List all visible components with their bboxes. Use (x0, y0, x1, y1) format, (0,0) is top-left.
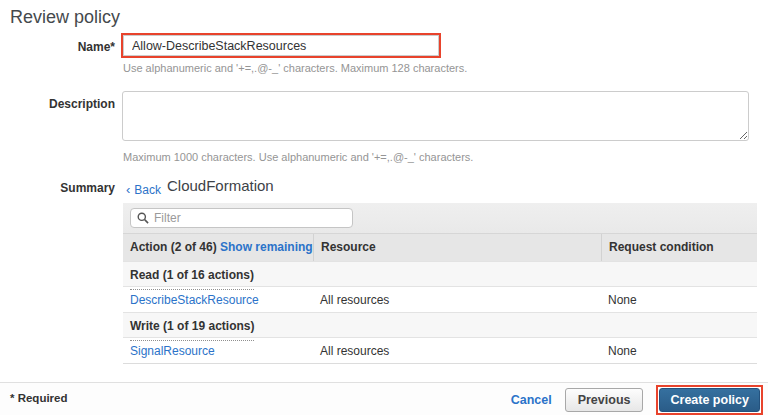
create-policy-button[interactable]: Create policy (659, 388, 760, 412)
request-condition-value: None (608, 293, 637, 307)
action-count-label: Action (2 of 46) (130, 240, 217, 254)
resource-header-label: Resource (321, 234, 376, 261)
filter-box[interactable] (130, 208, 353, 228)
description-textarea[interactable] (122, 91, 749, 141)
service-name: CloudFormation (167, 177, 274, 194)
name-label: Name* (0, 40, 115, 54)
group-header-read-label: Read (1 of 16 actions) (130, 262, 254, 290)
filter-band (123, 203, 757, 233)
footer-actions: Cancel Previous Create policy (511, 383, 763, 415)
action-link-signal-resource[interactable]: SignalResource (130, 344, 215, 358)
required-note: * Required (10, 392, 68, 404)
request-condition-value: None (608, 344, 637, 358)
table-row: DescribeStackResource All resources None (123, 287, 757, 312)
column-header-request-condition: Request condition (601, 234, 757, 261)
resource-value: All resources (320, 293, 389, 307)
request-condition-header-label: Request condition (609, 234, 714, 261)
summary-label: Summary (0, 181, 115, 195)
back-link-label: Back (134, 183, 161, 197)
group-header-write: Write (1 of 19 actions) (123, 312, 757, 338)
description-help-text: Maximum 1000 characters. Use alphanumeri… (123, 151, 473, 163)
show-remaining-link[interactable]: Show remaining 44 (220, 240, 313, 254)
chevron-left-icon: ‹ (126, 182, 130, 197)
table-header-row: Action (2 of 46) Show remaining 44 Resou… (123, 233, 757, 261)
group-header-read: Read (1 of 16 actions) (123, 261, 757, 287)
create-policy-annotation-box: Create policy (656, 385, 763, 415)
table-row: SignalResource All resources None (123, 338, 757, 363)
back-link[interactable]: ‹Back (126, 182, 161, 197)
column-header-action: Action (2 of 46) Show remaining 44 (123, 234, 313, 261)
policy-summary-table: Action (2 of 46) Show remaining 44 Resou… (123, 203, 757, 364)
action-link-describe-stack-resource[interactable]: DescribeStackResource (130, 293, 259, 307)
column-header-resource: Resource (313, 234, 601, 261)
filter-input[interactable] (154, 211, 346, 225)
previous-button[interactable]: Previous (565, 388, 644, 412)
name-field-annotation-box (121, 33, 441, 58)
description-label: Description (0, 97, 115, 111)
group-header-write-label: Write (1 of 19 actions) (130, 313, 254, 341)
name-input[interactable] (123, 35, 439, 56)
name-help-text: Use alphanumeric and '+=,.@-_' character… (123, 62, 467, 74)
footer-bar: * Required Cancel Previous Create policy (0, 382, 768, 415)
page-title: Review policy (10, 7, 120, 28)
resource-value: All resources (320, 344, 389, 358)
cancel-link[interactable]: Cancel (511, 393, 552, 407)
search-icon (137, 212, 149, 224)
